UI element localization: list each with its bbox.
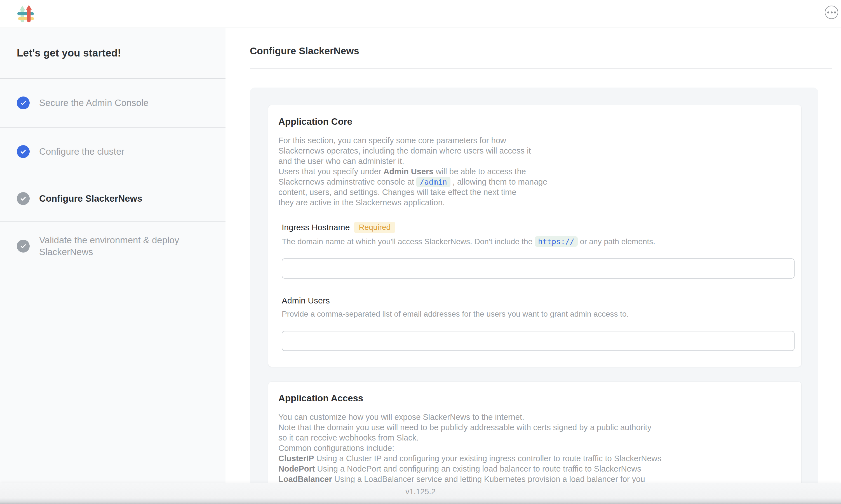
check-circle-icon (17, 192, 30, 205)
step-configure-cluster[interactable]: Configure the cluster (0, 128, 226, 176)
page-title: Configure SlackerNews (250, 45, 841, 56)
ingress-hostname-input[interactable] (282, 258, 794, 278)
slackernews-logo-icon (17, 5, 35, 22)
application-core-card: Application Core For this section, you c… (268, 105, 802, 367)
step-label: Secure the Admin Console (39, 97, 148, 109)
ellipsis-icon (827, 12, 829, 14)
required-badge: Required (354, 222, 395, 233)
card-title: Application Core (279, 116, 794, 127)
ingress-hostname-field-group: Ingress Hostname Required The domain nam… (282, 222, 794, 278)
step-label: Validate the environment & deploy Slacke… (39, 234, 195, 258)
field-help-text: Provide a comma-separated list of email … (282, 309, 794, 319)
admin-users-input[interactable] (282, 331, 794, 351)
check-circle-icon (17, 240, 30, 253)
sidebar-title: Let's get you started! (0, 28, 226, 78)
config-panel: Application Core For this section, you c… (250, 88, 818, 483)
field-help-text: The domain name at which you'll access S… (282, 236, 794, 247)
card-description: For this section, you can specify some c… (279, 136, 794, 208)
step-secure-admin-console[interactable]: Secure the Admin Console (0, 78, 226, 128)
check-circle-icon (17, 145, 30, 158)
field-label: Admin Users (282, 296, 330, 305)
setup-steps-sidebar: Let's get you started! Secure the Admin … (0, 28, 226, 483)
check-circle-icon (17, 96, 30, 109)
step-configure-slackernews[interactable]: Configure SlackerNews (0, 176, 226, 221)
step-label: Configure SlackerNews (39, 193, 142, 204)
app-footer: v1.125.2 (0, 483, 841, 504)
field-label: Ingress Hostname (282, 223, 350, 232)
application-access-card: Application Access You can customize how… (268, 381, 802, 483)
main-content: Configure SlackerNews Application Core F… (226, 28, 841, 483)
admin-users-field-group: Admin Users Provide a comma-separated li… (282, 296, 794, 351)
step-validate-deploy[interactable]: Validate the environment & deploy Slacke… (0, 221, 226, 271)
step-label: Configure the cluster (39, 146, 125, 158)
title-divider (250, 69, 832, 69)
top-header (0, 0, 841, 28)
version-label: v1.125.2 (406, 487, 435, 496)
card-description: You can customize how you will expose Sl… (279, 412, 794, 483)
more-options-button[interactable] (825, 5, 838, 19)
card-title: Application Access (279, 393, 794, 403)
